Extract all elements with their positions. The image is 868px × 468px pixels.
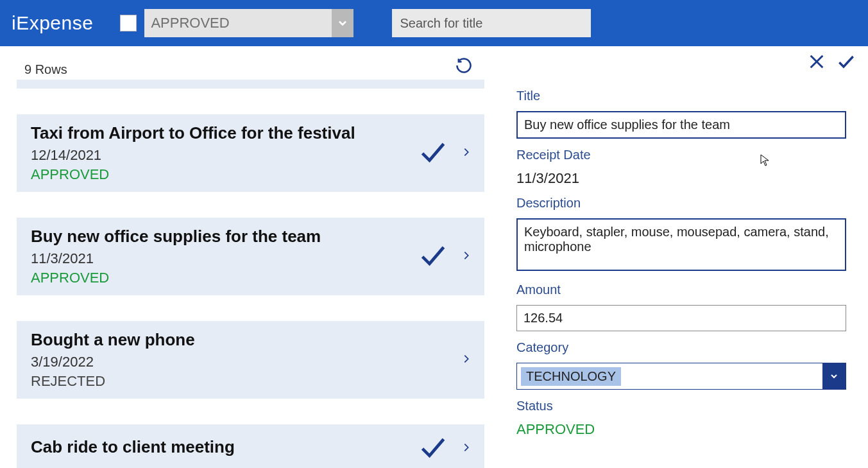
close-icon[interactable] (806, 51, 827, 74)
expense-detail-panel: Title Receipt Date 11/3/2021 Description… (484, 46, 868, 468)
expense-card-date: 12/14/2021 (31, 147, 355, 164)
refresh-icon[interactable] (455, 56, 473, 77)
expense-card-title: Cab ride to client meeting (31, 437, 235, 457)
chevron-down-icon (332, 9, 353, 37)
app-header: iExpense APPROVED (0, 0, 868, 46)
header-checkbox[interactable] (120, 15, 137, 31)
detail-scroll[interactable]: Title Receipt Date 11/3/2021 Description… (484, 80, 868, 468)
accept-check-icon[interactable] (836, 51, 856, 74)
expense-card-status: APPROVED (31, 270, 321, 286)
expense-card-date: 11/3/2021 (31, 250, 321, 267)
label-description: Description (516, 196, 846, 211)
expense-card-status: REJECTED (31, 373, 195, 390)
expense-card-title: Bought a new phone (31, 330, 195, 350)
chevron-right-icon[interactable] (461, 143, 472, 164)
label-amount: Amount (516, 282, 846, 297)
row-count-label: 9 Rows (24, 62, 67, 77)
expense-card-date: 3/19/2022 (31, 354, 195, 370)
label-title: Title (516, 89, 846, 103)
receipt-date-value: 11/3/2021 (516, 170, 846, 187)
description-textarea[interactable] (516, 218, 846, 271)
expense-list-panel: 9 Rows Taxi from Airport to Office for t… (0, 46, 484, 468)
category-value: TECHNOLOGY (521, 367, 621, 386)
expense-card[interactable]: Buy new office supplies for the team11/3… (17, 218, 484, 295)
chevron-right-icon[interactable] (461, 247, 472, 267)
label-status: Status (516, 399, 846, 413)
label-receipt-date: Receipt Date (516, 148, 846, 162)
expense-card[interactable]: Bought a new phone3/19/2022REJECTED (17, 321, 484, 399)
title-input[interactable] (516, 111, 846, 139)
chevron-right-icon[interactable] (461, 438, 472, 459)
label-category: Category (516, 340, 846, 355)
check-icon[interactable] (416, 433, 450, 464)
expense-card-status: APPROVED (31, 166, 355, 183)
chevron-right-icon[interactable] (461, 350, 472, 370)
category-select[interactable]: TECHNOLOGY (516, 363, 846, 390)
check-icon[interactable] (416, 241, 450, 272)
status-value: APPROVED (516, 421, 846, 438)
check-icon[interactable] (416, 138, 450, 169)
expense-card[interactable]: Cab ride to client meeting (17, 424, 484, 468)
expense-list-scroll[interactable]: Taxi from Airport to Office for the fest… (17, 80, 484, 468)
expense-card-title: Taxi from Airport to Office for the fest… (31, 123, 355, 143)
expense-card[interactable]: Taxi from Airport to Office for the fest… (17, 114, 484, 192)
expense-card-title: Buy new office supplies for the team (31, 227, 321, 247)
filter-status-select[interactable]: APPROVED (144, 9, 353, 37)
search-input[interactable] (392, 9, 591, 37)
chevron-down-icon (822, 363, 846, 389)
amount-input[interactable] (516, 305, 846, 331)
filter-status-value: APPROVED (151, 15, 229, 31)
app-title: iExpense (12, 12, 93, 34)
